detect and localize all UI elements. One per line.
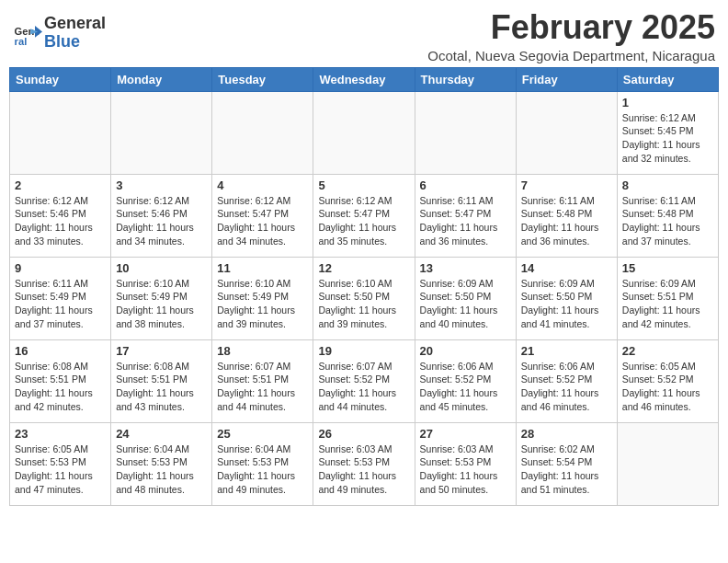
calendar-cell: 1Sunrise: 6:12 AM Sunset: 5:45 PM Daylig… — [617, 91, 718, 174]
day-number: 11 — [217, 261, 308, 275]
weekday-header-wednesday: Wednesday — [313, 67, 415, 91]
calendar-cell: 7Sunrise: 6:11 AM Sunset: 5:48 PM Daylig… — [516, 174, 617, 257]
calendar-cell: 2Sunrise: 6:12 AM Sunset: 5:46 PM Daylig… — [10, 174, 111, 257]
weekday-header-thursday: Thursday — [415, 67, 516, 91]
day-info: Sunrise: 6:09 AM Sunset: 5:50 PM Dayligh… — [521, 277, 612, 331]
calendar-week-row-1: 1Sunrise: 6:12 AM Sunset: 5:45 PM Daylig… — [10, 91, 719, 174]
day-info: Sunrise: 6:08 AM Sunset: 5:51 PM Dayligh… — [116, 360, 207, 414]
calendar-cell: 8Sunrise: 6:11 AM Sunset: 5:48 PM Daylig… — [617, 174, 718, 257]
day-info: Sunrise: 6:11 AM Sunset: 5:47 PM Dayligh… — [420, 194, 511, 248]
svg-text:ral: ral — [15, 36, 28, 47]
calendar-cell: 27Sunrise: 6:03 AM Sunset: 5:53 PM Dayli… — [415, 422, 516, 505]
calendar-cell: 19Sunrise: 6:07 AM Sunset: 5:52 PM Dayli… — [313, 339, 415, 422]
weekday-header-saturday: Saturday — [617, 67, 718, 91]
day-number: 20 — [420, 344, 511, 358]
day-info: Sunrise: 6:12 AM Sunset: 5:47 PM Dayligh… — [318, 194, 409, 248]
calendar-cell — [617, 422, 718, 505]
calendar-cell: 23Sunrise: 6:05 AM Sunset: 5:53 PM Dayli… — [10, 422, 111, 505]
day-number: 22 — [622, 344, 713, 358]
calendar-cell: 6Sunrise: 6:11 AM Sunset: 5:47 PM Daylig… — [415, 174, 516, 257]
day-number: 3 — [116, 178, 207, 192]
day-info: Sunrise: 6:03 AM Sunset: 5:53 PM Dayligh… — [318, 442, 409, 497]
calendar-cell: 24Sunrise: 6:04 AM Sunset: 5:53 PM Dayli… — [111, 422, 212, 505]
weekday-header-row: SundayMondayTuesdayWednesdayThursdayFrid… — [10, 67, 719, 91]
calendar-cell: 13Sunrise: 6:09 AM Sunset: 5:50 PM Dayli… — [415, 257, 516, 339]
day-number: 23 — [15, 427, 106, 441]
day-number: 6 — [420, 178, 511, 192]
day-info: Sunrise: 6:04 AM Sunset: 5:53 PM Dayligh… — [217, 442, 308, 497]
day-info: Sunrise: 6:12 AM Sunset: 5:46 PM Dayligh… — [116, 194, 207, 248]
calendar-cell: 25Sunrise: 6:04 AM Sunset: 5:53 PM Dayli… — [212, 422, 313, 505]
day-number: 25 — [217, 427, 308, 441]
day-number: 13 — [420, 261, 511, 275]
calendar-cell — [415, 91, 516, 174]
calendar-week-row-3: 9Sunrise: 6:11 AM Sunset: 5:49 PM Daylig… — [10, 257, 719, 339]
logo-blue-text: Blue — [44, 33, 106, 52]
day-info: Sunrise: 6:09 AM Sunset: 5:50 PM Dayligh… — [420, 277, 511, 331]
day-info: Sunrise: 6:11 AM Sunset: 5:48 PM Dayligh… — [622, 194, 713, 248]
day-number: 1 — [622, 96, 713, 109]
day-info: Sunrise: 6:06 AM Sunset: 5:52 PM Dayligh… — [420, 360, 511, 414]
calendar-week-row-2: 2Sunrise: 6:12 AM Sunset: 5:46 PM Daylig… — [10, 174, 719, 257]
weekday-header-sunday: Sunday — [10, 67, 111, 91]
day-info: Sunrise: 6:07 AM Sunset: 5:51 PM Dayligh… — [217, 360, 308, 414]
day-info: Sunrise: 6:12 AM Sunset: 5:45 PM Dayligh… — [622, 111, 713, 166]
calendar-cell: 28Sunrise: 6:02 AM Sunset: 5:54 PM Dayli… — [516, 422, 617, 505]
calendar-week-row-4: 16Sunrise: 6:08 AM Sunset: 5:51 PM Dayli… — [10, 339, 719, 422]
calendar-cell: 22Sunrise: 6:05 AM Sunset: 5:52 PM Dayli… — [617, 339, 718, 422]
calendar-cell: 21Sunrise: 6:06 AM Sunset: 5:52 PM Dayli… — [516, 339, 617, 422]
day-number: 24 — [116, 427, 207, 441]
calendar-cell: 3Sunrise: 6:12 AM Sunset: 5:46 PM Daylig… — [111, 174, 212, 257]
day-number: 7 — [521, 178, 612, 192]
calendar-cell — [10, 91, 111, 174]
location-subtitle: Ocotal, Nueva Segovia Department, Nicara… — [427, 48, 715, 63]
day-number: 16 — [15, 344, 106, 358]
calendar-cell: 18Sunrise: 6:07 AM Sunset: 5:51 PM Dayli… — [212, 339, 313, 422]
calendar-cell: 9Sunrise: 6:11 AM Sunset: 5:49 PM Daylig… — [10, 257, 111, 339]
day-number: 14 — [521, 261, 612, 275]
day-info: Sunrise: 6:11 AM Sunset: 5:49 PM Dayligh… — [15, 277, 106, 331]
calendar-cell: 14Sunrise: 6:09 AM Sunset: 5:50 PM Dayli… — [516, 257, 617, 339]
page-header: Gene ral General Blue February 2025 Ocot… — [9, 9, 719, 63]
calendar-cell: 16Sunrise: 6:08 AM Sunset: 5:51 PM Dayli… — [10, 339, 111, 422]
day-info: Sunrise: 6:05 AM Sunset: 5:53 PM Dayligh… — [15, 442, 106, 497]
day-info: Sunrise: 6:10 AM Sunset: 5:49 PM Dayligh… — [217, 277, 308, 331]
day-number: 26 — [318, 427, 409, 441]
calendar-table: SundayMondayTuesdayWednesdayThursdayFrid… — [9, 67, 719, 506]
day-number: 12 — [318, 261, 409, 275]
calendar-cell — [212, 91, 313, 174]
day-info: Sunrise: 6:11 AM Sunset: 5:48 PM Dayligh… — [521, 194, 612, 248]
day-info: Sunrise: 6:05 AM Sunset: 5:52 PM Dayligh… — [622, 360, 713, 414]
day-number: 10 — [116, 261, 207, 275]
day-info: Sunrise: 6:08 AM Sunset: 5:51 PM Dayligh… — [15, 360, 106, 414]
day-info: Sunrise: 6:10 AM Sunset: 5:50 PM Dayligh… — [318, 277, 409, 331]
day-number: 18 — [217, 344, 308, 358]
day-number: 19 — [318, 344, 409, 358]
day-number: 27 — [420, 427, 511, 441]
day-number: 4 — [217, 178, 308, 192]
calendar-week-row-5: 23Sunrise: 6:05 AM Sunset: 5:53 PM Dayli… — [10, 422, 719, 505]
day-number: 28 — [521, 427, 612, 441]
day-info: Sunrise: 6:07 AM Sunset: 5:52 PM Dayligh… — [318, 360, 409, 414]
title-block: February 2025 Ocotal, Nueva Segovia Depa… — [427, 9, 715, 63]
weekday-header-monday: Monday — [111, 67, 212, 91]
calendar-cell: 5Sunrise: 6:12 AM Sunset: 5:47 PM Daylig… — [313, 174, 415, 257]
calendar-cell: 15Sunrise: 6:09 AM Sunset: 5:51 PM Dayli… — [617, 257, 718, 339]
calendar-cell — [313, 91, 415, 174]
calendar-cell: 10Sunrise: 6:10 AM Sunset: 5:49 PM Dayli… — [111, 257, 212, 339]
logo-icon: Gene ral — [13, 18, 42, 48]
calendar-cell: 11Sunrise: 6:10 AM Sunset: 5:49 PM Dayli… — [212, 257, 313, 339]
calendar-cell: 4Sunrise: 6:12 AM Sunset: 5:47 PM Daylig… — [212, 174, 313, 257]
logo: Gene ral General Blue — [13, 15, 106, 52]
calendar-cell — [516, 91, 617, 174]
day-number: 5 — [318, 178, 409, 192]
calendar-cell — [111, 91, 212, 174]
calendar-cell: 17Sunrise: 6:08 AM Sunset: 5:51 PM Dayli… — [111, 339, 212, 422]
day-number: 15 — [622, 261, 713, 275]
weekday-header-friday: Friday — [516, 67, 617, 91]
day-number: 8 — [622, 178, 713, 192]
day-info: Sunrise: 6:12 AM Sunset: 5:47 PM Dayligh… — [217, 194, 308, 248]
calendar-cell: 12Sunrise: 6:10 AM Sunset: 5:50 PM Dayli… — [313, 257, 415, 339]
day-info: Sunrise: 6:06 AM Sunset: 5:52 PM Dayligh… — [521, 360, 612, 414]
day-info: Sunrise: 6:12 AM Sunset: 5:46 PM Dayligh… — [15, 194, 106, 248]
